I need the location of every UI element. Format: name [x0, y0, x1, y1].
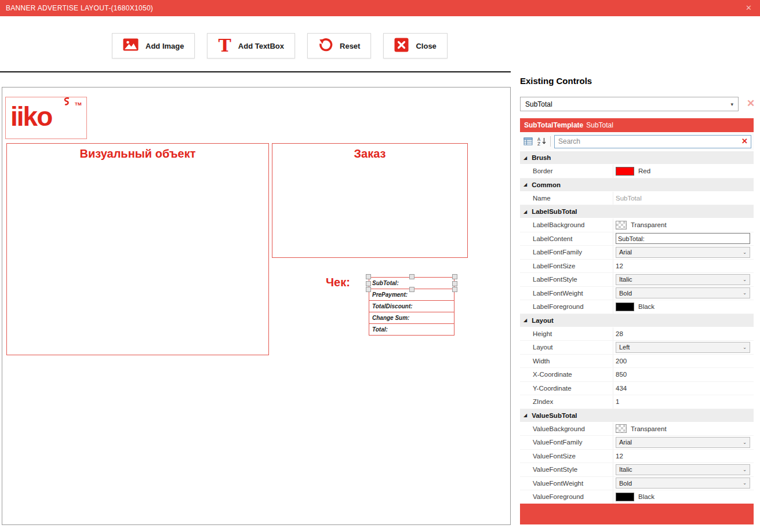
logo-swirl-icon	[61, 97, 71, 110]
category-label: Common	[532, 181, 561, 188]
close-button[interactable]: Close	[383, 33, 447, 59]
add-textbox-button[interactable]: T Add TextBox	[207, 33, 295, 59]
visual-object-box[interactable]: Визуальный объект	[6, 143, 269, 355]
property-value[interactable]: Transparent	[613, 422, 754, 436]
property-row-zindex: ZIndex1	[520, 395, 754, 409]
property-value[interactable]: 1	[613, 395, 754, 409]
property-dropdown[interactable]: Arial⌄	[616, 247, 750, 258]
selection-handle[interactable]	[366, 287, 371, 292]
selection-handle[interactable]	[452, 287, 457, 292]
property-value[interactable]: 434	[613, 382, 754, 395]
property-name: LabelFontStyle	[520, 276, 613, 283]
controls-combobox-value: SubTotal	[525, 100, 552, 108]
category-expand-icon[interactable]: ◢	[523, 182, 527, 187]
property-value[interactable]: Black	[613, 490, 754, 504]
category-expand-icon[interactable]: ◢	[523, 155, 527, 161]
search-input[interactable]	[554, 135, 751, 148]
property-value[interactable]: Black	[613, 300, 754, 314]
dropdown-value: Bold	[619, 290, 632, 297]
property-name: Y-Coordinate	[520, 385, 613, 392]
transparent-swatch[interactable]	[616, 424, 627, 433]
toolbar-separator	[0, 71, 511, 72]
logo-placeholder[interactable]: iiko TM	[5, 97, 87, 139]
design-canvas[interactable]: iiko TM Визуальный объект Заказ Чек: Sub…	[2, 87, 511, 525]
receipt-row[interactable]: TotalDiscount:	[369, 300, 454, 312]
reset-button[interactable]: Reset	[307, 33, 371, 59]
property-value[interactable]: 200	[613, 355, 754, 368]
selection-handle[interactable]	[366, 281, 371, 286]
property-dropdown[interactable]: Bold⌄	[616, 478, 750, 489]
selection-handle[interactable]	[366, 274, 371, 279]
selection-handle[interactable]	[409, 274, 414, 279]
property-dropdown[interactable]: Bold⌄	[616, 287, 750, 298]
category-labelsubtotal[interactable]: ◢LabelSubTotal	[520, 205, 754, 218]
delete-control-icon[interactable]: ✕	[747, 97, 755, 110]
property-value[interactable]: 850	[613, 368, 754, 381]
order-label: Заказ	[272, 147, 467, 161]
category-expand-icon[interactable]: ◢	[523, 318, 527, 323]
category-label: LabelSubTotal	[532, 208, 577, 215]
text-value[interactable]: 434	[616, 385, 627, 392]
property-dropdown[interactable]: Italic⌄	[616, 464, 750, 475]
property-row-labelfontfamily: LabelFontFamilyArial⌄	[520, 246, 754, 260]
category-expand-icon[interactable]: ◢	[523, 413, 527, 418]
property-value[interactable]: 12	[613, 260, 754, 273]
text-value[interactable]: 12	[616, 453, 623, 460]
text-value[interactable]: 850	[616, 371, 627, 378]
toolbar-divider	[550, 136, 551, 147]
transparent-swatch[interactable]	[616, 221, 627, 229]
property-value[interactable]: 12	[613, 450, 754, 463]
text-value[interactable]: 28	[616, 330, 623, 337]
selection-handle[interactable]	[452, 274, 457, 279]
property-dropdown[interactable]: Arial⌄	[616, 437, 750, 448]
add-image-button[interactable]: Add Image	[112, 33, 195, 59]
color-name: Black	[638, 493, 654, 500]
color-swatch[interactable]	[616, 303, 634, 311]
property-panel-header: SubTotalTemplate SubTotal	[520, 118, 754, 132]
color-swatch[interactable]	[616, 493, 634, 501]
category-common[interactable]: ◢Common	[520, 178, 754, 192]
color-swatch[interactable]	[616, 167, 634, 176]
selection-handle[interactable]	[409, 287, 414, 292]
property-textbox[interactable]	[616, 233, 750, 244]
property-name: Border	[520, 167, 613, 174]
receipt-box[interactable]: SubTotal:PrePayment:TotalDiscount:Change…	[369, 277, 454, 336]
textbox-icon: T	[218, 37, 231, 54]
close-icon	[394, 38, 409, 54]
property-value: Italic⌄	[613, 463, 754, 476]
order-box[interactable]: Заказ	[272, 143, 468, 258]
text-value[interactable]: 12	[616, 263, 623, 269]
sort-alphabetical-icon[interactable]: AZ	[536, 136, 548, 147]
window-close-icon[interactable]: ✕	[746, 0, 752, 16]
check-label: Чек:	[326, 276, 350, 289]
selection-handle[interactable]	[452, 281, 457, 286]
receipt-row[interactable]: Total:	[369, 323, 454, 336]
reset-icon	[318, 38, 333, 54]
property-row-y-coordinate: Y-Coordinate434	[520, 382, 754, 396]
property-value[interactable]: Red	[613, 165, 754, 178]
property-dropdown[interactable]: Italic⌄	[616, 274, 750, 285]
text-value[interactable]: 1	[616, 398, 619, 405]
property-name: ValueFontFamily	[520, 439, 613, 446]
category-valuesubtotal[interactable]: ◢ValueSubTotal	[520, 409, 754, 422]
property-value[interactable]: 28	[613, 327, 754, 341]
window-title: BANNER ADVERTISE LAYOUT-(1680X1050)	[0, 4, 153, 12]
visual-object-label: Визуальный объект	[7, 147, 268, 161]
category-layout[interactable]: ◢Layout	[520, 314, 754, 327]
categorize-icon[interactable]	[522, 136, 534, 147]
category-brush[interactable]: ◢Brush	[520, 151, 754, 165]
property-dropdown[interactable]: Left⌄	[616, 342, 750, 353]
property-name: Name	[520, 195, 613, 202]
category-label: Brush	[532, 154, 551, 161]
text-value[interactable]: 200	[616, 358, 627, 365]
property-name: LabelFontSize	[520, 263, 613, 269]
property-row-layout: LayoutLeft⌄	[520, 341, 754, 355]
category-expand-icon[interactable]: ◢	[523, 209, 527, 214]
property-name: Width	[520, 358, 613, 365]
property-value[interactable]: Transparent	[613, 218, 754, 232]
receipt-row[interactable]: Change Sum:	[369, 312, 454, 324]
clear-search-icon[interactable]: ✕	[741, 137, 748, 145]
property-row-width: Width200	[520, 355, 754, 369]
property-row-labelfontsize: LabelFontSize12	[520, 260, 754, 274]
controls-combobox[interactable]: SubTotal ▾	[520, 97, 739, 111]
